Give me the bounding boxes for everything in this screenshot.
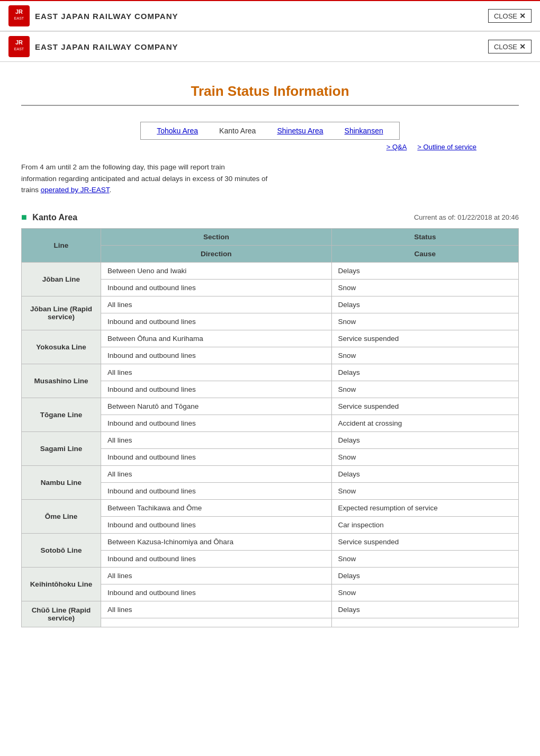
svg-text:EAST: EAST — [14, 47, 24, 51]
link-outline[interactable]: > Outline of service — [417, 143, 476, 151]
status-table: Line Section Status Direction Cause Jōba… — [21, 228, 519, 627]
header-bar-2: JR EAST EAST JAPAN RAILWAY COMPANY CLOSE… — [0, 31, 540, 62]
logo-area-2: JR EAST EAST JAPAN RAILWAY COMPANY — [8, 36, 178, 57]
section-cell: All lines — [101, 567, 332, 584]
th-cause: Cause — [331, 245, 518, 262]
line-cell: Chūō Line (Rapid service) — [22, 601, 101, 627]
line-cell: Jōban Line — [22, 262, 101, 296]
line-cell: Nambu Line — [22, 465, 101, 499]
direction-cell: Inbound and outbound lines — [101, 584, 332, 601]
direction-cell: Inbound and outbound lines — [101, 550, 332, 567]
direction-cell: Inbound and outbound lines — [101, 279, 332, 296]
line-cell: Jōban Line (Rapid service) — [22, 296, 101, 330]
direction-cell: Inbound and outbound lines — [101, 482, 332, 499]
status-cell: Delays — [331, 296, 518, 313]
line-cell: Tōgane Line — [22, 398, 101, 431]
table-row: Musashino LineAll linesDelays — [22, 364, 519, 381]
direction-cell: Inbound and outbound lines — [101, 516, 332, 533]
cause-cell: Snow — [331, 313, 518, 330]
direction-cell: Inbound and outbound lines — [101, 381, 332, 398]
tab-tohoku[interactable]: Tohoku Area — [157, 127, 198, 135]
cause-cell: Snow — [331, 448, 518, 465]
line-cell: Ōme Line — [22, 499, 101, 533]
line-cell: Yokosuka Line — [22, 330, 101, 364]
status-cell: Delays — [331, 567, 518, 584]
cause-cell: Snow — [331, 347, 518, 364]
main-content: Train Status Information Tohoku Area Kan… — [0, 62, 540, 638]
close-button-1[interactable]: CLOSE ✕ — [488, 9, 532, 23]
header-bar-1: JR EAST EAST JAPAN RAILWAY COMPANY CLOSE… — [0, 0, 540, 31]
line-cell: Sotobō Line — [22, 533, 101, 567]
th-status: Status — [331, 228, 518, 245]
table-row: Tōgane LineBetween Narutō and TōganeServ… — [22, 398, 519, 415]
status-cell: Delays — [331, 465, 518, 482]
section-cell: All lines — [101, 364, 332, 381]
table-row: Nambu LineAll linesDelays — [22, 465, 519, 482]
section-cell: Between Ōfuna and Kurihama — [101, 330, 332, 347]
close-label-1: CLOSE — [494, 12, 517, 20]
company-name-1: EAST JAPAN RAILWAY COMPANY — [35, 12, 178, 21]
direction-cell: Inbound and outbound lines — [101, 415, 332, 431]
link-qa[interactable]: > Q&A — [386, 143, 407, 151]
section-cell: Between Kazusa-Ichinomiya and Ōhara — [101, 533, 332, 550]
company-name-2: EAST JAPAN RAILWAY COMPANY — [35, 42, 178, 51]
cause-cell: Car inspection — [331, 516, 518, 533]
close-x-icon-1: ✕ — [519, 12, 526, 20]
section-cell: All lines — [101, 296, 332, 313]
th-line: Line — [22, 228, 101, 262]
cause-cell: Snow — [331, 550, 518, 567]
th-direction: Direction — [101, 245, 332, 262]
info-text: From 4 am until 2 am the following day, … — [21, 161, 519, 196]
tab-shinetsu[interactable]: Shinetsu Area — [277, 127, 323, 135]
cause-cell: Snow — [331, 482, 518, 499]
cause-cell: Snow — [331, 279, 518, 296]
status-cell: Delays — [331, 431, 518, 448]
table-row: Sagami LineAll linesDelays — [22, 431, 519, 448]
nav-section: Tohoku Area Kanto Area Shinetsu Area Shi… — [21, 122, 519, 151]
section-cell: Between Narutō and Tōgane — [101, 398, 332, 415]
nav-links-row: > Q&A > Outline of service — [386, 143, 519, 151]
status-cell: Service suspended — [331, 398, 518, 415]
info-line3: trains — [21, 186, 41, 194]
logo-area-1: JR EAST EAST JAPAN RAILWAY COMPANY — [8, 5, 178, 26]
cause-cell: Snow — [331, 381, 518, 398]
close-label-2: CLOSE — [494, 43, 517, 51]
table-row: Jōban Line (Rapid service)All linesDelay… — [22, 296, 519, 313]
current-time: Current as of: 01/22/2018 at 20:46 — [414, 213, 519, 221]
status-cell: Delays — [331, 364, 518, 381]
cause-cell: Snow — [331, 584, 518, 601]
info-period: . — [110, 186, 112, 194]
area-title: ■ Kanto Area — [21, 212, 77, 223]
tab-shinkansen[interactable]: Shinkansen — [345, 127, 383, 135]
section-cell: Between Tachikawa and Ōme — [101, 499, 332, 516]
area-title-text: Kanto Area — [32, 213, 77, 222]
table-row: Yokosuka LineBetween Ōfuna and KurihamaS… — [22, 330, 519, 347]
info-jr-east-link[interactable]: operated by JR-EAST — [41, 186, 110, 194]
cause-cell — [331, 618, 518, 627]
svg-text:JR: JR — [15, 39, 23, 46]
line-cell: Sagami Line — [22, 431, 101, 465]
info-line2: information regarding anticipated and ac… — [21, 175, 267, 183]
svg-text:EAST: EAST — [14, 16, 24, 20]
section-cell: All lines — [101, 601, 332, 618]
svg-text:JR: JR — [15, 8, 23, 15]
status-cell: Service suspended — [331, 330, 518, 347]
jr-east-logo-2: JR EAST — [8, 36, 30, 57]
table-row: Ōme LineBetween Tachikawa and ŌmeExpecte… — [22, 499, 519, 516]
status-cell: Expected resumption of service — [331, 499, 518, 516]
area-header: ■ Kanto Area Current as of: 01/22/2018 a… — [21, 212, 519, 223]
table-row: Jōban LineBetween Ueno and IwakiDelays — [22, 262, 519, 279]
close-button-2[interactable]: CLOSE ✕ — [488, 40, 532, 53]
close-x-icon-2: ✕ — [519, 42, 526, 51]
table-row: Keihintōhoku LineAll linesDelays — [22, 567, 519, 584]
cause-cell: Accident at crossing — [331, 415, 518, 431]
line-cell: Musashino Line — [22, 364, 101, 398]
tab-kanto: Kanto Area — [219, 127, 256, 135]
table-row: Sotobō LineBetween Kazusa-Ichinomiya and… — [22, 533, 519, 550]
status-cell: Delays — [331, 262, 518, 279]
direction-cell: Inbound and outbound lines — [101, 347, 332, 364]
jr-east-logo-1: JR EAST — [8, 5, 30, 26]
direction-cell: Inbound and outbound lines — [101, 313, 332, 330]
area-title-square-icon: ■ — [21, 212, 27, 222]
page-title: Train Status Information — [21, 83, 519, 106]
